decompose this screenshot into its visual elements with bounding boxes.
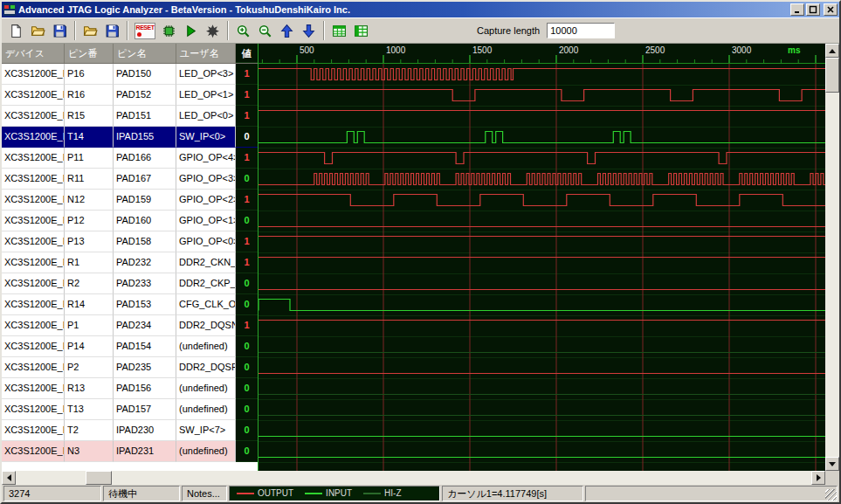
cell-user-name: SW_IP<7> <box>176 420 236 441</box>
zoom-out-button[interactable] <box>254 20 276 42</box>
minimize-button[interactable] <box>790 3 804 16</box>
scrollbar-right-button[interactable] <box>811 471 825 485</box>
legend-item: OUTPUT <box>237 487 293 501</box>
table-row[interactable]: XC3S1200E_FT256R14PAD153CFG_CLK_OP0 <box>2 294 258 315</box>
scrollbar-up-button[interactable] <box>825 44 839 58</box>
scroll-up-button[interactable] <box>276 20 298 42</box>
scroll-down-button[interactable] <box>298 20 320 42</box>
zoom-in-button[interactable] <box>232 20 254 42</box>
table-row[interactable]: XC3S1200E_FT256R2PAD233DDR2_CKP_OP0 <box>2 273 258 294</box>
vertical-scroll-thumb[interactable] <box>825 58 839 93</box>
cell-pin-name: IPAD231 <box>114 441 176 462</box>
waveform-canvas[interactable] <box>259 64 825 471</box>
new-button[interactable] <box>5 20 27 42</box>
cell-value: 1 <box>236 106 258 127</box>
table-row[interactable]: XC3S1200E_FT256T13PAD157(undefined)0 <box>2 399 258 420</box>
save-file-button[interactable] <box>101 20 123 42</box>
cell-user-name: DDR2_DQSN_OP <box>176 315 236 336</box>
table-row[interactable]: XC3S1200E_FT256P12PAD160GPIO_OP<1>0 <box>2 211 258 231</box>
cell-pin-name: PAD153 <box>114 294 176 315</box>
header-pin-number[interactable]: ピン番 <box>65 44 114 63</box>
header-pin-name[interactable]: ピン名 <box>114 44 176 63</box>
table-row[interactable]: XC3S1200E_FT256R13PAD156(undefined)0 <box>2 378 258 399</box>
scan-button[interactable] <box>158 20 180 42</box>
grid-view-2-button[interactable] <box>350 20 372 42</box>
cell-value: 0 <box>236 420 258 441</box>
legend-label: INPUT <box>326 487 352 501</box>
cell-pin-name: PAD157 <box>114 399 176 420</box>
horizontal-scroll-thumb[interactable] <box>86 471 112 485</box>
table-row[interactable]: XC3S1200E_FT256P1PAD234DDR2_DQSN_OP1 <box>2 315 258 336</box>
table-row[interactable]: XC3S1200E_FT256R1PAD232DDR2_CKN_OP1 <box>2 252 258 273</box>
save-button[interactable] <box>49 20 71 42</box>
timeline-tick-label: 500 <box>300 45 314 55</box>
table-row[interactable]: XC3S1200E_FT256T2IPAD230SW_IP<7>0 <box>2 420 258 441</box>
toolbar-separator <box>227 21 229 40</box>
table-body: XC3S1200E_FT256P16PAD150LED_OP<3>1XC3S12… <box>2 64 258 462</box>
cell-value: 0 <box>236 378 258 399</box>
resize-grip[interactable] <box>825 489 837 501</box>
table-grid-icon <box>332 24 347 38</box>
header-device[interactable]: デバイス <box>2 44 65 63</box>
table-row[interactable]: XC3S1200E_FT256R15PAD151LED_OP<0>1 <box>2 106 258 127</box>
table-row[interactable]: XC3S1200E_FT256R16PAD152LED_OP<1>1 <box>2 85 258 106</box>
up-arrow-icon <box>279 24 294 38</box>
table-row[interactable]: XC3S1200E_FT256N3IPAD231(undefined)0 <box>2 441 258 462</box>
cell-user-name: GPIO_OP<3> <box>176 169 236 190</box>
cell-pin-name: PAD160 <box>114 211 176 231</box>
capture-length-input[interactable] <box>547 23 615 38</box>
waveform-trace <box>259 153 825 164</box>
table-row[interactable]: XC3S1200E_FT256P2PAD235DDR2_DQSP_OP0 <box>2 357 258 378</box>
header-user-name[interactable]: ユーザ名 <box>176 44 236 63</box>
legend-line-icon <box>305 493 322 494</box>
cell-pin-number: P16 <box>65 64 114 85</box>
timeline: ms 50010001500200025003000 <box>259 44 825 64</box>
horizontal-scrollbar[interactable] <box>2 471 825 485</box>
reset-button[interactable]: RESET <box>132 20 158 42</box>
cell-pin-number: P13 <box>65 231 114 252</box>
grid-view-1-button[interactable] <box>328 20 350 42</box>
open-button[interactable] <box>27 20 49 42</box>
table-row[interactable]: XC3S1200E_FT256P11PAD166GPIO_OP<4>1 <box>2 148 258 169</box>
toolbar: RESET Captur <box>2 17 839 44</box>
table-row[interactable]: XC3S1200E_FT256P14PAD154(undefined)0 <box>2 336 258 357</box>
horizontal-scroll-track[interactable] <box>16 471 811 485</box>
table-row[interactable]: XC3S1200E_FT256N12PAD159GPIO_OP<2>1 <box>2 190 258 211</box>
table-row[interactable]: XC3S1200E_FT256T14IPAD155SW_IP<0>0 <box>2 127 258 148</box>
run-button[interactable] <box>180 20 202 42</box>
table-row[interactable]: XC3S1200E_FT256P16PAD150LED_OP<3>1 <box>2 64 258 85</box>
waveform-pane[interactable]: ms 50010001500200025003000 <box>258 44 825 471</box>
vertical-scroll-track[interactable] <box>825 58 839 457</box>
cell-value: 0 <box>236 336 258 357</box>
cell-pin-name: PAD154 <box>114 336 176 357</box>
cell-device: XC3S1200E_FT256 <box>2 211 65 231</box>
open-file-button[interactable] <box>79 20 101 42</box>
scrollbar-left-button[interactable] <box>2 471 16 485</box>
waveform-trace <box>259 69 825 80</box>
table-row[interactable]: XC3S1200E_FT256P13PAD158GPIO_OP<0>1 <box>2 231 258 252</box>
cell-device: XC3S1200E_FT256 <box>2 378 65 399</box>
maximize-button[interactable] <box>806 3 820 16</box>
vertical-scrollbar[interactable] <box>825 44 839 471</box>
cell-pin-name: PAD233 <box>114 273 176 294</box>
stop-button[interactable] <box>202 20 224 42</box>
cell-device: XC3S1200E_FT256 <box>2 231 65 252</box>
scrollbar-down-button[interactable] <box>825 457 839 471</box>
cell-user-name: LED_OP<3> <box>176 64 236 85</box>
cell-user-name: SW_IP<0> <box>176 127 236 148</box>
cell-device: XC3S1200E_FT256 <box>2 85 65 106</box>
timeline-tick-label: 3000 <box>732 45 751 55</box>
header-value[interactable]: 値 <box>236 44 258 63</box>
cell-pin-number: R13 <box>65 378 114 399</box>
close-button[interactable] <box>824 3 838 16</box>
cell-user-name: DDR2_CKP_OP <box>176 273 236 294</box>
status-filler <box>585 486 838 501</box>
cell-pin-number: R14 <box>65 294 114 315</box>
cell-device: XC3S1200E_FT256 <box>2 273 65 294</box>
signal-table: デバイス ピン番 ピン名 ユーザ名 値 XC3S1200E_FT256P16PA… <box>2 44 258 471</box>
legend-item: INPUT <box>305 487 352 501</box>
cell-pin-name: PAD159 <box>114 190 176 211</box>
cell-pin-name: PAD150 <box>114 64 176 85</box>
table-row[interactable]: XC3S1200E_FT256R11PAD167GPIO_OP<3>0 <box>2 169 258 190</box>
status-notes-button[interactable]: Notes... <box>182 486 227 501</box>
